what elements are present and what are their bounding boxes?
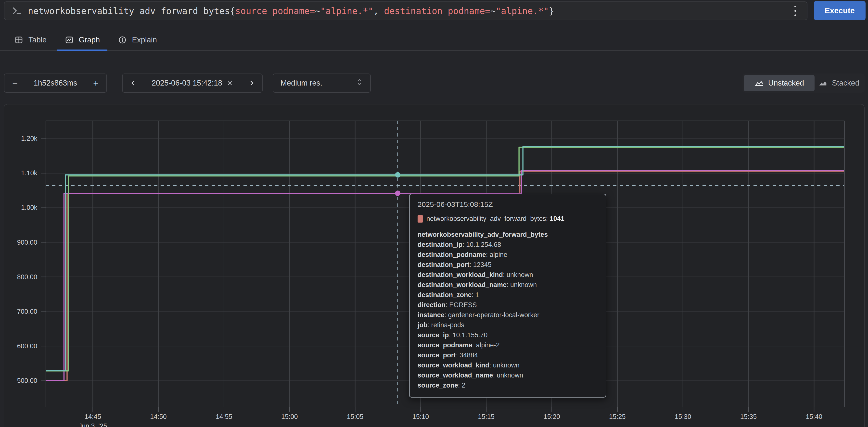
query-token-punct: { xyxy=(230,6,236,16)
info-icon xyxy=(118,36,127,44)
range-duration-value[interactable]: 1h52s863ms xyxy=(34,79,77,88)
previous-time-button[interactable] xyxy=(129,79,137,87)
select-chevrons-icon xyxy=(356,78,363,88)
table-icon xyxy=(14,36,23,44)
end-time-control: 2025-06-03 15:42:18 xyxy=(122,73,262,93)
unstacked-button[interactable]: Unstacked xyxy=(744,75,814,91)
resolution-value: Medium res. xyxy=(280,79,322,88)
promql-expression[interactable]: networkobservability_adv_forward_bytes{s… xyxy=(28,6,554,16)
stacking-toggle: Unstacked Stacked xyxy=(742,73,865,93)
clear-time-icon[interactable] xyxy=(226,80,233,86)
query-token-label: destination_podname xyxy=(384,6,485,16)
stacked-button[interactable]: Stacked xyxy=(814,75,863,91)
graph-icon xyxy=(65,36,73,44)
query-token-punct: , xyxy=(373,6,384,16)
query-token-label: = xyxy=(485,6,490,16)
graph-panel xyxy=(4,104,865,427)
area-outline-icon xyxy=(754,78,764,88)
query-token-label: = xyxy=(310,6,315,16)
tab-graph-label: Graph xyxy=(79,36,100,44)
increase-range-button[interactable]: + xyxy=(93,78,99,88)
query-token-metric: networkobservability_adv_forward_bytes xyxy=(28,6,230,16)
tab-explain[interactable]: Explain xyxy=(110,30,164,50)
query-token-label: source_podname xyxy=(235,6,309,16)
query-token-punct: } xyxy=(549,6,554,16)
query-token-string: "alpine.*" xyxy=(320,6,373,16)
tab-table-label: Table xyxy=(28,36,46,44)
range-duration-control: − 1h52s863ms + xyxy=(4,73,107,93)
query-token-punct: ~ xyxy=(315,6,320,16)
next-time-button[interactable] xyxy=(248,79,255,87)
tab-table[interactable]: Table xyxy=(7,30,54,50)
area-filled-icon xyxy=(818,78,828,88)
query-token-string: "alpine.*" xyxy=(496,6,549,16)
resolution-select[interactable]: Medium res. xyxy=(273,73,371,93)
query-token-punct: ~ xyxy=(490,6,496,16)
query-input[interactable]: networkobservability_adv_forward_bytes{s… xyxy=(4,1,807,20)
tab-graph[interactable]: Graph xyxy=(57,30,107,50)
execute-button[interactable]: Execute xyxy=(814,1,866,20)
decrease-range-button[interactable]: − xyxy=(12,78,18,88)
graph-controls: − 1h52s863ms + 2025-06-03 15:42:18 Mediu… xyxy=(4,73,865,93)
stacked-label: Stacked xyxy=(832,79,860,88)
query-options-kebab-icon[interactable] xyxy=(791,3,800,19)
result-tabs: Table Graph Explain xyxy=(0,30,868,51)
unstacked-label: Unstacked xyxy=(768,79,804,88)
end-time-value[interactable]: 2025-06-03 15:42:18 xyxy=(152,79,222,88)
terminal-prompt-icon xyxy=(12,6,22,16)
tab-explain-label: Explain xyxy=(132,36,157,44)
